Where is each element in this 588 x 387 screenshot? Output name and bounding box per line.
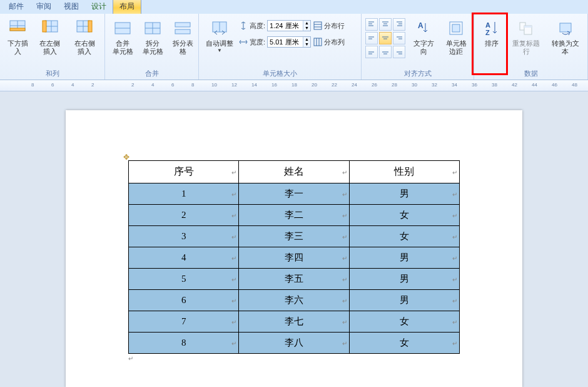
- table-cell[interactable]: 8↵: [129, 333, 239, 354]
- table-row[interactable]: 7↵李七↵女↵: [129, 311, 460, 333]
- table-row[interactable]: 5↵李五↵男↵: [129, 269, 460, 290]
- table-cell[interactable]: 李二↵: [239, 205, 349, 226]
- table-cell[interactable]: 4↵: [129, 247, 239, 269]
- table-cell[interactable]: 李七↵: [239, 311, 349, 333]
- width-up[interactable]: ▲: [303, 37, 310, 42]
- autofit-button[interactable]: 自动调整 ▼: [203, 16, 236, 55]
- convert-text-button[interactable]: 转换为文本: [547, 16, 584, 58]
- width-down[interactable]: ▼: [303, 42, 310, 47]
- group-cellsize: 自动调整 ▼ 高度: ▲▼ 宽度: ▲▼ 分布行 分布列 单元格大小: [199, 14, 362, 80]
- insert-left-label: 在左侧插入: [37, 39, 63, 56]
- table-row[interactable]: 1↵李一↵男↵: [129, 183, 460, 205]
- table-row[interactable]: 6↵李六↵男↵: [129, 290, 460, 311]
- insert-below-button[interactable]: 下方插入: [4, 16, 31, 58]
- table-cell[interactable]: 李八↵: [239, 333, 349, 354]
- row-height-icon: [239, 21, 248, 30]
- horizontal-ruler[interactable]: 8642246810121416182022242628303234363842…: [0, 80, 588, 91]
- insert-right-button[interactable]: 在右侧插入: [69, 16, 101, 58]
- document-table[interactable]: 序号↵姓名↵性别↵ 1↵李一↵男↵2↵李二↵女↵3↵李三↵女↵4↵李四↵男↵5↵…: [128, 160, 460, 354]
- group-data: AZ 排序 重复标题行 转换为文本 数据: [474, 14, 588, 80]
- table-header-cell[interactable]: 序号↵: [129, 161, 239, 183]
- align-top-left[interactable]: [365, 18, 378, 31]
- align-bot-right[interactable]: [393, 46, 405, 58]
- table-cell[interactable]: 3↵: [129, 226, 239, 247]
- table-cell[interactable]: 女↵: [349, 311, 459, 333]
- document-page[interactable]: ✥ 序号↵姓名↵性别↵ 1↵李一↵男↵2↵李二↵女↵3↵李三↵女↵4↵李四↵男↵…: [66, 110, 522, 387]
- table-row[interactable]: 4↵李四↵男↵: [129, 247, 460, 269]
- sort-label: 排序: [485, 39, 499, 48]
- text-direction-icon: A: [414, 18, 434, 38]
- table-cell[interactable]: 男↵: [349, 269, 459, 290]
- document-workspace: 8642246810121416182022242628303234363842…: [0, 80, 588, 387]
- table-cell[interactable]: 6↵: [129, 290, 239, 311]
- tab-design[interactable]: 设计: [85, 0, 113, 14]
- tab-layout[interactable]: 布局: [113, 0, 141, 14]
- align-mid-right[interactable]: [393, 32, 405, 44]
- align-bot-left[interactable]: [365, 46, 378, 58]
- tab-review[interactable]: 审阅: [30, 0, 58, 14]
- table-row[interactable]: 2↵李二↵女↵: [129, 205, 460, 226]
- width-input[interactable]: ▲▼: [267, 36, 311, 48]
- svg-rect-7: [43, 21, 46, 32]
- table-cell[interactable]: 1↵: [129, 183, 239, 205]
- table-cell[interactable]: 男↵: [349, 290, 459, 311]
- table-row[interactable]: 3↵李三↵女↵: [129, 226, 460, 247]
- table-cell[interactable]: 男↵: [349, 183, 459, 205]
- merge-cells-button[interactable]: 合并 单元格: [109, 16, 136, 58]
- table-cell[interactable]: 李四↵: [239, 247, 349, 269]
- svg-text:A: A: [485, 21, 490, 29]
- align-top-center[interactable]: [379, 18, 392, 31]
- merge-cells-icon: [113, 18, 133, 38]
- table-cell[interactable]: 女↵: [349, 333, 459, 354]
- table-cell[interactable]: 5↵: [129, 269, 239, 290]
- table-cell[interactable]: 7↵: [129, 311, 239, 333]
- tab-view[interactable]: 视图: [58, 0, 85, 14]
- text-direction-button[interactable]: A 文字方向: [408, 16, 440, 58]
- svg-rect-18: [175, 29, 190, 34]
- insert-below-icon: [8, 18, 28, 38]
- height-up[interactable]: ▲: [303, 21, 310, 26]
- width-value[interactable]: [268, 38, 303, 46]
- sort-button[interactable]: AZ 排序: [478, 16, 505, 49]
- insert-left-icon: [40, 18, 60, 38]
- align-top-right[interactable]: [393, 18, 405, 31]
- insert-below-label: 下方插入: [7, 39, 28, 56]
- align-bot-center[interactable]: [379, 46, 392, 58]
- cell-margins-label: 单元格 边距: [446, 39, 467, 56]
- table-cell[interactable]: 2↵: [129, 205, 239, 226]
- table-cell[interactable]: 李一↵: [239, 183, 349, 205]
- svg-rect-17: [175, 23, 190, 27]
- svg-rect-24: [314, 38, 322, 46]
- repeat-header-icon: [516, 18, 536, 38]
- split-table-button[interactable]: 拆分表格: [169, 16, 196, 58]
- distribute-rows-label: 分布行: [324, 21, 345, 31]
- table-cell[interactable]: 李三↵: [239, 226, 349, 247]
- autofit-icon: [210, 18, 230, 38]
- tab-mail[interactable]: 邮件: [3, 0, 30, 14]
- svg-rect-54: [524, 26, 532, 34]
- repeat-header-button[interactable]: 重复标题行: [508, 16, 545, 58]
- table-cell[interactable]: 男↵: [349, 247, 459, 269]
- group-merge: 合并 单元格 拆分 单元格 拆分表格 合并: [105, 14, 199, 80]
- table-cell[interactable]: 李六↵: [239, 290, 349, 311]
- split-cells-button[interactable]: 拆分 单元格: [139, 16, 166, 58]
- cell-margins-button[interactable]: 单元格 边距: [442, 16, 470, 58]
- ribbon-tabstrip: 邮件 审阅 视图 设计 布局: [0, 0, 588, 14]
- table-header-cell[interactable]: 姓名↵: [239, 161, 349, 183]
- align-mid-center[interactable]: [379, 32, 392, 44]
- height-value[interactable]: [268, 22, 303, 29]
- svg-rect-56: [560, 23, 571, 32]
- table-cell[interactable]: 女↵: [349, 205, 459, 226]
- distribute-cols-button[interactable]: 分布列: [313, 35, 345, 49]
- table-cell[interactable]: 女↵: [349, 226, 459, 247]
- table-cell[interactable]: 李五↵: [239, 269, 349, 290]
- svg-rect-11: [88, 21, 92, 32]
- table-header-cell[interactable]: 性别↵: [349, 161, 459, 183]
- distribute-rows-button[interactable]: 分布行: [313, 19, 345, 33]
- align-mid-left[interactable]: [365, 32, 378, 44]
- table-row[interactable]: 8↵李八↵女↵: [129, 333, 460, 354]
- height-down[interactable]: ▼: [303, 26, 310, 31]
- insert-left-button[interactable]: 在左侧插入: [34, 16, 66, 58]
- dropdown-arrow-icon: ▼: [217, 48, 222, 53]
- height-input[interactable]: ▲▼: [267, 20, 311, 31]
